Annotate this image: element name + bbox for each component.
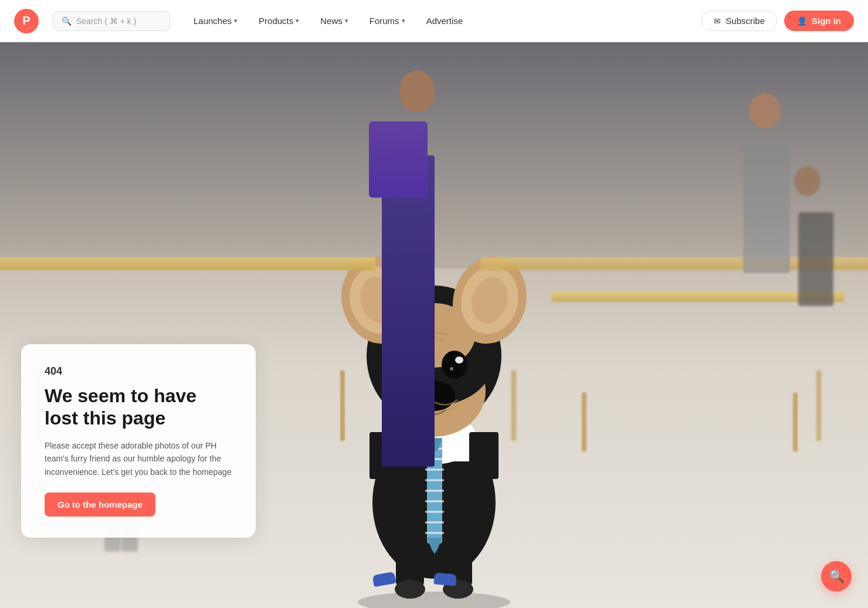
subscribe-button[interactable]: ✉ Subscribe xyxy=(701,11,777,31)
nav-item-news[interactable]: News ▾ xyxy=(311,11,358,30)
search-icon: 🔍 xyxy=(62,16,72,26)
bg-person-3-body xyxy=(798,212,833,306)
bg-table-leg-3 xyxy=(816,371,821,441)
nav-item-launches[interactable]: Launches ▾ xyxy=(184,11,247,30)
svg-point-37 xyxy=(450,367,453,371)
svg-point-20 xyxy=(395,580,425,599)
nav-links: Launches ▾ Products ▾ News ▾ Forums ▾ Ad… xyxy=(184,11,697,30)
signin-button[interactable]: 👤 Sign in xyxy=(784,11,854,31)
svg-point-35 xyxy=(455,356,463,364)
svg-point-0 xyxy=(358,592,510,608)
bg-person-1-pants xyxy=(382,155,435,467)
logo[interactable]: P xyxy=(14,9,39,33)
bg-person-2-body xyxy=(743,144,790,273)
nav-item-advertise[interactable]: Advertise xyxy=(417,11,473,30)
bg-table-leg-6 xyxy=(582,393,586,451)
bg-table-left xyxy=(0,257,375,270)
nav-item-products[interactable]: Products ▾ xyxy=(249,11,308,30)
chevron-down-icon: ▾ xyxy=(402,17,405,25)
fab-search-button[interactable]: 🔍 xyxy=(821,561,852,592)
search-box[interactable]: 🔍 Search ( ⌘ + k ) xyxy=(53,11,170,31)
search-icon: 🔍 xyxy=(829,569,845,584)
bg-person-1-shoe-r xyxy=(433,573,457,586)
nav-right: ✉ Subscribe 👤 Sign in xyxy=(701,11,854,31)
hero-section: 404 We seem to have lost this page Pleas… xyxy=(0,42,868,608)
search-placeholder: Search ( ⌘ + k ) xyxy=(76,16,136,26)
error-card: 404 We seem to have lost this page Pleas… xyxy=(21,344,256,538)
bg-person-1-shirt xyxy=(369,121,428,198)
error-title: We seem to have lost this page xyxy=(45,385,232,430)
chevron-down-icon: ▾ xyxy=(345,17,348,25)
error-code: 404 xyxy=(45,365,232,378)
nav-item-forums[interactable]: Forums ▾ xyxy=(360,11,415,30)
chevron-down-icon: ▾ xyxy=(234,17,238,25)
bg-person-3-head xyxy=(794,167,820,196)
go-to-homepage-button[interactable]: Go to the homepage xyxy=(45,492,155,517)
svg-point-33 xyxy=(442,351,467,379)
bg-person-2-head xyxy=(749,93,781,128)
user-icon: 👤 xyxy=(797,16,807,26)
envelope-icon: ✉ xyxy=(714,16,721,26)
bg-table-leg-4 xyxy=(511,371,516,441)
bg-table-leg-2 xyxy=(340,371,345,441)
navbar: P 🔍 Search ( ⌘ + k ) Launches ▾ Products… xyxy=(0,0,868,42)
bg-person-1-head xyxy=(399,70,435,111)
error-description: Please accept these adorable photos of o… xyxy=(45,439,232,478)
svg-rect-17 xyxy=(469,432,499,479)
bg-table-leg-5 xyxy=(793,393,798,451)
chevron-down-icon: ▾ xyxy=(296,17,299,25)
